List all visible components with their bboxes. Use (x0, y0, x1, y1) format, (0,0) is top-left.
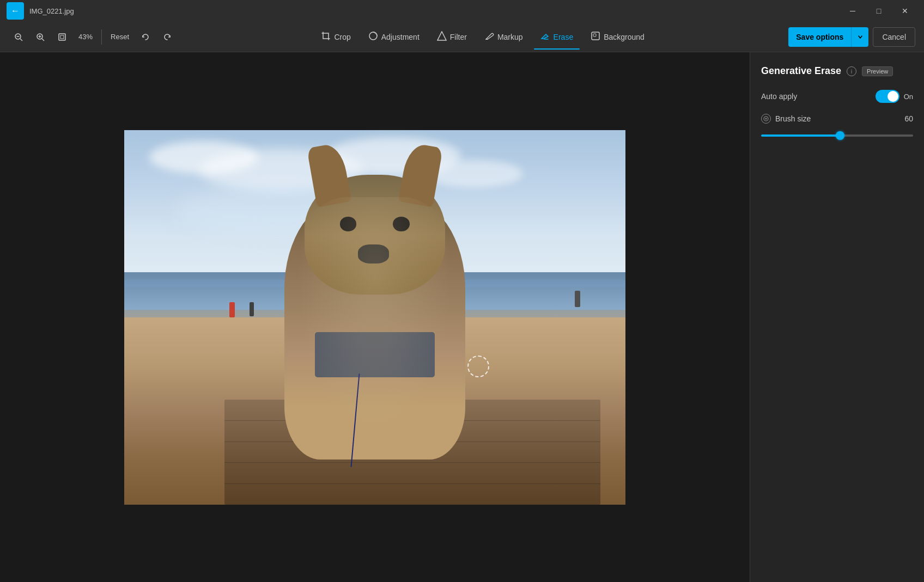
save-options-label: Save options (788, 27, 851, 47)
svg-line-4 (42, 39, 44, 41)
markup-label: Markup (497, 33, 523, 41)
save-options-button[interactable]: Save options (788, 27, 868, 47)
brush-size-icon (761, 114, 771, 124)
svg-line-1 (20, 39, 22, 41)
brush-size-slider-container (761, 130, 913, 141)
brush-size-slider[interactable] (761, 134, 913, 137)
person-3 (575, 291, 580, 307)
background-label: Background (604, 33, 645, 41)
adjustment-tool[interactable]: Adjustment (362, 28, 426, 46)
auto-apply-row: Auto apply On (761, 90, 913, 103)
window-controls: ─ □ ✕ (840, 2, 917, 20)
zoom-out-button[interactable] (9, 27, 28, 47)
close-button[interactable]: ✕ (892, 2, 917, 20)
svg-rect-8 (60, 35, 64, 39)
brush-label-group: Brush size (761, 114, 811, 124)
crop-tool[interactable]: Crop (314, 28, 357, 46)
info-icon-label: i (851, 68, 852, 75)
svg-rect-14 (593, 34, 596, 36)
toggle-group: On (876, 90, 913, 103)
dog-fur-highlight (284, 197, 465, 460)
erase-label: Erase (554, 33, 574, 41)
brush-header: Brush size 60 (761, 114, 913, 124)
auto-apply-toggle[interactable] (876, 90, 899, 103)
person-2 (250, 302, 254, 316)
maximize-button[interactable]: □ (866, 2, 891, 20)
zoom-level: 43% (74, 33, 97, 41)
redo-button[interactable] (157, 27, 177, 47)
svg-rect-7 (59, 34, 65, 40)
toolbar-divider (101, 29, 102, 45)
info-icon[interactable]: i (847, 66, 856, 76)
background-icon (591, 31, 600, 43)
save-options-chevron (851, 27, 868, 47)
back-icon: ← (11, 6, 20, 16)
brush-section: Brush size 60 (761, 114, 913, 141)
markup-tool[interactable]: Markup (478, 28, 530, 46)
filter-label: Filter (450, 33, 467, 41)
right-panel: Generative Erase i Preview Auto apply On (750, 52, 924, 582)
fit-view-button[interactable] (52, 27, 72, 47)
preview-badge[interactable]: Preview (862, 66, 893, 76)
erase-tool[interactable]: Erase (534, 28, 580, 46)
undo-button[interactable] (136, 27, 155, 47)
brush-size-label: Brush size (775, 114, 811, 123)
toolbar-left: 43% Reset (9, 27, 177, 47)
person-1 (229, 302, 235, 317)
svg-rect-13 (592, 32, 599, 40)
filter-tool[interactable]: Filter (430, 28, 473, 46)
markup-icon (484, 31, 494, 43)
erase-icon (540, 31, 550, 43)
svg-point-16 (765, 118, 767, 120)
filter-icon (437, 31, 447, 43)
brush-size-value: 60 (904, 114, 913, 123)
minimize-button[interactable]: ─ (840, 2, 865, 20)
adjustment-icon (368, 31, 378, 43)
main-area: Generative Erase i Preview Auto apply On (0, 52, 924, 582)
toolbar-nav: Crop Adjustment Filter (179, 28, 786, 46)
background-tool[interactable]: Background (584, 28, 651, 46)
toggle-state-label: On (904, 93, 913, 101)
canvas-area[interactable] (0, 52, 750, 582)
adjustment-label: Adjustment (381, 33, 420, 41)
zoom-in-button[interactable] (31, 27, 50, 47)
toolbar: 43% Reset Crop (0, 22, 924, 52)
titlebar: ← IMG_0221.jpg ─ □ ✕ (0, 0, 924, 22)
crop-label: Crop (334, 33, 350, 41)
svg-marker-10 (437, 32, 446, 40)
toggle-thumb (887, 91, 898, 102)
panel-title: Generative Erase (761, 65, 841, 77)
auto-apply-label: Auto apply (761, 92, 797, 101)
reset-button[interactable]: Reset (106, 30, 133, 43)
panel-header: Generative Erase i Preview (761, 65, 913, 77)
crop-icon (321, 31, 331, 43)
back-button[interactable]: ← (7, 2, 24, 20)
main-image (124, 130, 625, 505)
window-title: IMG_0221.jpg (29, 7, 74, 15)
cancel-button[interactable]: Cancel (873, 27, 915, 47)
image-container (124, 130, 625, 505)
toolbar-right: Save options Cancel (788, 27, 915, 47)
